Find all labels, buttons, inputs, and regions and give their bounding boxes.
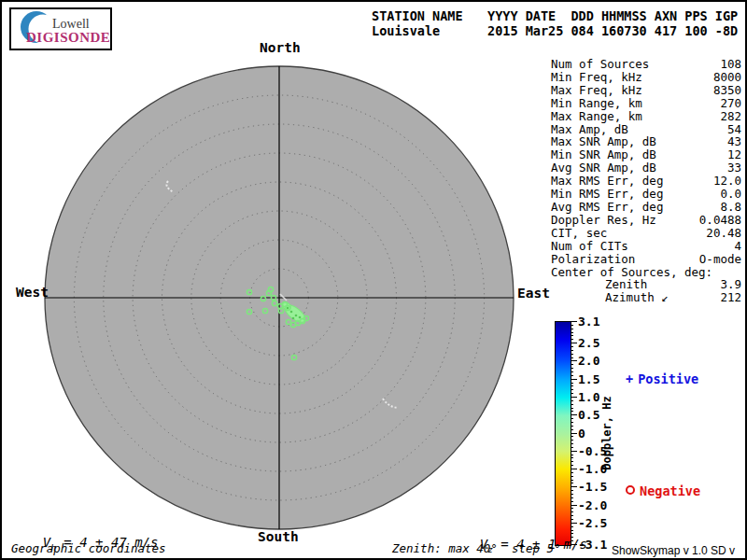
colorbar-minor-tick xyxy=(571,501,573,502)
colorbar-tick-label: 3.1 xyxy=(578,315,619,329)
negative-label: Negative xyxy=(640,483,700,498)
colorbar-minor-tick xyxy=(571,335,573,336)
skymap-plot xyxy=(2,2,745,558)
colorbar-major-tick xyxy=(571,469,577,469)
colorbar-major-tick xyxy=(571,360,577,361)
colorbar-minor-tick xyxy=(571,400,573,401)
colorbar-major-tick xyxy=(571,343,577,343)
colorbar-tick-label: 2.5 xyxy=(578,336,619,350)
negative-doppler-legend: Negative xyxy=(626,483,700,498)
cluster-speckle xyxy=(292,317,295,320)
colorbar-minor-tick xyxy=(571,519,573,520)
colorbar-minor-tick xyxy=(571,325,573,326)
positive-doppler-legend: +Positive xyxy=(626,371,698,386)
colorbar-minor-tick xyxy=(571,411,573,412)
colorbar-minor-tick xyxy=(571,364,573,365)
colorbar-minor-tick xyxy=(571,508,573,509)
compass-label-south: South xyxy=(258,529,299,544)
colorbar-minor-tick xyxy=(571,418,573,419)
colorbar-minor-tick xyxy=(571,480,573,481)
colorbar-minor-tick xyxy=(571,408,573,409)
colorbar-minor-tick xyxy=(571,465,573,466)
colorbar-minor-tick xyxy=(571,346,573,347)
colorbar-minor-tick xyxy=(571,357,573,358)
colorbar-major-tick xyxy=(571,486,577,487)
colorbar-minor-tick xyxy=(571,332,573,333)
colorbar-minor-tick xyxy=(571,404,573,405)
cluster-speckle xyxy=(287,307,289,310)
colorbar-minor-tick xyxy=(571,515,573,516)
doppler-colorbar xyxy=(555,321,571,546)
colorbar-minor-tick xyxy=(571,429,573,430)
colorbar-minor-tick xyxy=(571,483,573,483)
colorbar-major-tick xyxy=(571,451,577,452)
colorbar-minor-tick xyxy=(571,426,573,427)
colorbar-tick-label: 2.0 xyxy=(578,354,619,368)
coordinates-note: Geographic coordinates xyxy=(11,541,166,555)
colorbar-major-tick xyxy=(571,433,577,434)
colorbar-minor-tick xyxy=(571,461,573,462)
colorbar-minor-tick xyxy=(571,490,573,491)
colorbar-minor-tick xyxy=(571,354,573,355)
colorbar-minor-tick xyxy=(571,447,573,448)
colorbar-minor-tick xyxy=(571,339,573,340)
colorbar-minor-tick xyxy=(571,393,573,394)
colorbar-minor-tick xyxy=(571,440,573,441)
colorbar-major-tick xyxy=(571,379,577,380)
cluster-speckle xyxy=(299,316,302,319)
colorbar-title: Doppler, Hz xyxy=(600,377,619,489)
colorbar-minor-tick xyxy=(571,371,573,372)
zenith-step-note: Zenith: max 40° step 5° xyxy=(392,541,561,555)
positive-label: Positive xyxy=(638,371,698,386)
colorbar-minor-tick xyxy=(571,497,573,498)
colorbar-minor-tick xyxy=(571,375,573,376)
colorbar-tick-label: -2.0 xyxy=(578,498,619,512)
colorbar-minor-tick xyxy=(571,494,573,495)
plus-marker-icon: + xyxy=(626,371,633,386)
colorbar-minor-tick xyxy=(571,455,573,455)
colorbar-minor-tick xyxy=(571,472,573,473)
colorbar-major-tick xyxy=(571,321,577,322)
skymap-screen: Lowell DIGISONDE STATION NAME YYYY DATE … xyxy=(0,0,747,560)
colorbar-minor-tick xyxy=(571,443,573,444)
colorbar-minor-tick xyxy=(571,368,573,369)
colorbar-minor-tick xyxy=(571,389,573,390)
colorbar-minor-tick xyxy=(571,476,573,477)
circle-marker-icon xyxy=(626,485,635,495)
colorbar-major-tick xyxy=(571,397,577,398)
cluster-speckle xyxy=(290,311,293,314)
colorbar-major-tick xyxy=(571,505,577,506)
compass-label-east: East xyxy=(517,286,550,301)
colorbar-minor-tick xyxy=(571,385,573,386)
colorbar-minor-tick xyxy=(571,457,573,458)
version-text: ShowSkymap v 1.0 SD v 5.1 xyxy=(612,544,745,560)
colorbar-minor-tick xyxy=(571,436,573,437)
colorbar-minor-tick xyxy=(571,422,573,423)
compass-label-north: North xyxy=(260,40,301,55)
colorbar-minor-tick xyxy=(571,329,573,329)
colorbar-minor-tick xyxy=(571,511,573,512)
colorbar-minor-tick xyxy=(571,350,573,351)
colorbar-minor-tick xyxy=(571,383,573,384)
colorbar-major-tick xyxy=(571,414,577,415)
cluster-speckle xyxy=(295,315,298,317)
compass-label-west: West xyxy=(16,285,49,300)
